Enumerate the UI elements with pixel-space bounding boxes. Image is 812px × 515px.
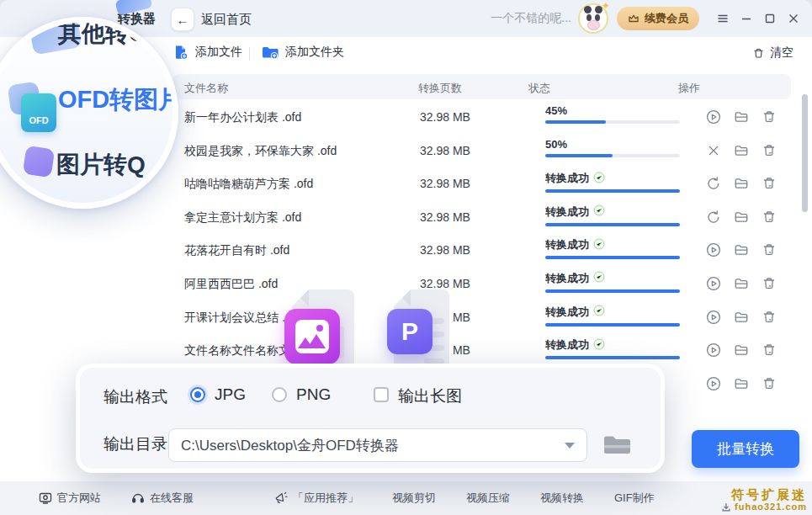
success-check-icon bbox=[593, 305, 605, 319]
output-dir-label: 输出目录 bbox=[103, 433, 167, 455]
output-format-label: 输出格式 bbox=[103, 386, 167, 408]
table-row: 阿里西西巴巴 .ofd32.98 MB转换成功 bbox=[172, 267, 791, 300]
trash-action-icon[interactable] bbox=[762, 176, 777, 191]
back-home-label[interactable]: 返回首页 bbox=[201, 12, 252, 28]
trash-action-icon[interactable] bbox=[762, 109, 777, 125]
trash-action-icon[interactable] bbox=[762, 210, 777, 225]
table-row: 文件名称文件名称文件名称 .ofd32.98 MB转换成功 bbox=[172, 333, 791, 367]
status-cell: 45% bbox=[545, 104, 684, 124]
clear-list-button[interactable]: 清空 bbox=[752, 45, 793, 61]
output-options-panel: 输出格式 JPG PNG 输出长图 输出目录 C:\Users\Desktop\… bbox=[76, 364, 665, 473]
success-check-icon bbox=[593, 204, 605, 219]
watermark-url: fuhao321.com bbox=[735, 502, 807, 512]
footer-item[interactable]: 在线客服 bbox=[131, 491, 194, 506]
minimize-icon[interactable] bbox=[736, 8, 756, 29]
headset-icon bbox=[131, 491, 145, 505]
folder-action-icon[interactable] bbox=[734, 143, 749, 158]
progress-bar bbox=[545, 289, 680, 293]
watermark: 符号扩展迷 fuhao321.com bbox=[721, 487, 807, 512]
status-cell: 50% bbox=[545, 138, 684, 157]
footer-item-label: 视频剪切 bbox=[392, 491, 436, 506]
avatar[interactable]: ✦ bbox=[578, 3, 608, 34]
play-action-icon[interactable] bbox=[706, 376, 721, 391]
radio-jpg[interactable] bbox=[190, 387, 205, 402]
footer-item[interactable]: GIF制作 bbox=[614, 491, 655, 506]
folder-action-icon[interactable] bbox=[734, 242, 749, 258]
add-folder-label: 添加文件夹 bbox=[285, 45, 344, 60]
row-actions bbox=[706, 143, 777, 158]
footer-bar: 官方网站在线客服「应用推荐」视频剪切视频压缩视频转换GIF制作 bbox=[0, 481, 812, 515]
status-label: 转换成功 bbox=[545, 171, 684, 186]
ofd-file-icon: OFD bbox=[21, 93, 56, 132]
success-check-icon bbox=[593, 338, 605, 353]
footer-item-label: 在线客服 bbox=[150, 491, 194, 506]
play-action-icon[interactable] bbox=[706, 109, 721, 125]
image-to-ofd-icon bbox=[23, 146, 55, 178]
status-label: 转换成功 bbox=[545, 305, 684, 320]
radio-jpg-label[interactable]: JPG bbox=[215, 385, 246, 404]
footer-item[interactable]: 官方网站 bbox=[39, 491, 101, 506]
crown-icon bbox=[628, 13, 640, 24]
close-action-icon[interactable] bbox=[706, 143, 721, 158]
refresh-action-icon[interactable] bbox=[706, 176, 721, 191]
footer-item-label: 「应用推荐」 bbox=[293, 491, 358, 506]
footer-item-label: 视频压缩 bbox=[466, 491, 510, 506]
output-dir-dropdown[interactable]: C:\Users\Desktop\金舟OFD转换器 bbox=[168, 428, 587, 462]
trash-action-icon[interactable] bbox=[762, 342, 777, 358]
monitor-icon bbox=[39, 491, 52, 505]
row-actions bbox=[706, 310, 777, 325]
window-controls bbox=[713, 8, 804, 29]
trash-action-icon[interactable] bbox=[762, 310, 777, 325]
trash-action-icon[interactable] bbox=[762, 376, 777, 391]
folder-action-icon[interactable] bbox=[734, 210, 749, 225]
batch-convert-button[interactable]: 批量转换 bbox=[692, 430, 799, 468]
trash-action-icon[interactable] bbox=[762, 143, 777, 158]
long-image-checkbox[interactable] bbox=[374, 387, 389, 402]
scrollbar-thumb[interactable] bbox=[802, 94, 808, 212]
col-filename: 文件名称 bbox=[184, 81, 228, 96]
status-cell: 转换成功 bbox=[545, 337, 684, 359]
footer-item[interactable]: 「应用推荐」 bbox=[274, 491, 358, 506]
folder-action-icon[interactable] bbox=[734, 342, 749, 358]
footer-item[interactable]: 视频剪切 bbox=[392, 491, 436, 506]
trash-action-icon[interactable] bbox=[762, 242, 777, 258]
status-label: 转换成功 bbox=[545, 271, 684, 286]
close-icon[interactable] bbox=[783, 8, 804, 29]
panda-mouth-icon bbox=[587, 20, 600, 30]
play-action-icon[interactable] bbox=[706, 342, 721, 358]
status-cell: 转换成功 bbox=[545, 171, 684, 193]
folder-action-icon[interactable] bbox=[734, 310, 749, 325]
trash-action-icon[interactable] bbox=[762, 276, 777, 291]
play-action-icon[interactable] bbox=[706, 310, 721, 325]
toolbar-divider bbox=[249, 47, 250, 61]
renew-membership-button[interactable]: 续费会员 bbox=[617, 7, 699, 30]
trash-icon bbox=[752, 47, 765, 60]
refresh-action-icon[interactable] bbox=[706, 210, 721, 225]
row-actions bbox=[706, 376, 777, 391]
menu-icon[interactable] bbox=[713, 8, 733, 29]
footer-item[interactable]: 视频压缩 bbox=[466, 491, 510, 506]
add-folder-button[interactable]: 添加文件夹 bbox=[261, 44, 344, 61]
play-action-icon[interactable] bbox=[706, 276, 721, 291]
radio-png-label[interactable]: PNG bbox=[296, 385, 331, 404]
folder-action-icon[interactable] bbox=[734, 376, 749, 391]
sidebar-item-ofd-to-image[interactable]: OFD转图片 bbox=[58, 83, 178, 117]
footer-item[interactable]: 视频转换 bbox=[540, 491, 584, 506]
radio-png[interactable] bbox=[272, 387, 287, 402]
table-row: 新一年办公计划表 .ofd32.98 MB45% bbox=[172, 100, 791, 134]
long-image-label[interactable]: 输出长图 bbox=[398, 385, 462, 407]
app-window: 转换器 ← 返回首页 一个不错的呢... ✦ 续费会员 bbox=[0, 0, 812, 515]
maximize-icon[interactable] bbox=[760, 8, 780, 29]
sidebar-magnifier: 其他转C OFD OFD转图片 图片转Q bbox=[0, 17, 178, 209]
sidebar-item-image-to-ofd[interactable]: 图片转Q bbox=[56, 149, 146, 181]
play-action-icon[interactable] bbox=[706, 242, 721, 258]
folder-action-icon[interactable] bbox=[734, 276, 749, 291]
status-cell: 转换成功 bbox=[545, 237, 684, 259]
folder-action-icon[interactable] bbox=[734, 109, 749, 125]
browse-folder-button[interactable] bbox=[602, 432, 630, 457]
download-icon bbox=[721, 502, 731, 512]
folder-action-icon[interactable] bbox=[734, 176, 749, 191]
add-file-button[interactable]: 添加文件 bbox=[172, 44, 242, 61]
file-size: 32.98 MB bbox=[420, 277, 470, 290]
back-button[interactable]: ← bbox=[171, 8, 194, 31]
